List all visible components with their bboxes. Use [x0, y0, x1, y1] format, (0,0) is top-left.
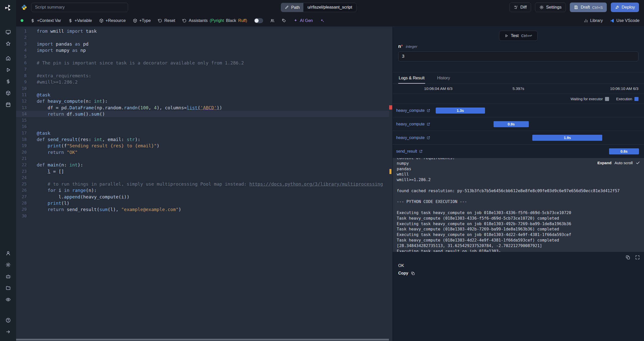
overview-ruler[interactable]: [389, 27, 392, 341]
code-line[interactable]: 25 # to run things in parallel, simply u…: [16, 181, 392, 187]
test-shortcut: Ctrl+↵: [521, 33, 533, 38]
code-line[interactable]: 18def send_result(res: int, email: str):: [16, 136, 392, 143]
ai-sparkles-icon[interactable]: [320, 18, 325, 23]
audit-eye-icon[interactable]: [3, 294, 14, 305]
code-line[interactable]: 4import numpy as np: [16, 47, 392, 53]
editor-toolbar: +Context Var +Variable +Resource +Type R…: [16, 15, 644, 27]
legend-waiting-label: Waiting for executor: [571, 97, 603, 101]
code-line[interactable]: 15: [16, 117, 392, 123]
copy-result-icon[interactable]: [625, 255, 630, 260]
home-icon[interactable]: [3, 52, 14, 64]
diff-button[interactable]: Diff: [509, 3, 531, 12]
add-variable-button[interactable]: +Variable: [68, 18, 92, 23]
path-edit-button[interactable]: Path: [281, 3, 303, 12]
code-line[interactable]: 11@task: [16, 92, 392, 98]
reset-button[interactable]: Reset: [158, 18, 175, 23]
folders-icon[interactable]: [3, 282, 14, 294]
code-line[interactable]: 16: [16, 123, 392, 130]
code-line[interactable]: 27 l.append(heavy_compute(i)): [16, 194, 392, 200]
variables-dollar-icon[interactable]: [3, 76, 14, 87]
log-line: Executing task heavy_compute on job 018e…: [397, 210, 640, 216]
expand-logs-button[interactable]: Expand: [597, 160, 612, 166]
tab-logs-result[interactable]: Logs & Result: [398, 72, 425, 84]
code-line[interactable]: 7: [16, 66, 392, 73]
error-marker[interactable]: [389, 105, 392, 110]
job-link[interactable]: heavy_compute: [396, 108, 430, 113]
script-summary-input[interactable]: [31, 3, 128, 12]
tab-history[interactable]: History: [437, 72, 451, 83]
timeline-row: heavy_compute0.9s: [393, 117, 644, 131]
code-line[interactable]: 3import pandas as pd: [16, 41, 392, 47]
use-vscode-button[interactable]: Use VScode: [610, 18, 639, 23]
add-context-var-button[interactable]: +Context Var: [30, 18, 61, 23]
draft-button[interactable]: Draft Ctrl+S: [570, 3, 607, 12]
job-link[interactable]: send_result: [396, 149, 423, 154]
tag-button[interactable]: [282, 18, 286, 23]
collapse-arrow-icon[interactable]: [3, 326, 14, 337]
code-line[interactable]: 24: [16, 175, 392, 181]
assistants-toggle[interactable]: [254, 18, 263, 23]
resources-cube-icon[interactable]: [3, 87, 14, 99]
script-path[interactable]: u/rfiszel/pleasant_script: [303, 5, 356, 10]
code-line[interactable]: 21: [16, 155, 392, 162]
arg-n-input[interactable]: [398, 51, 638, 61]
code-line[interactable]: 28 print(l): [16, 200, 392, 206]
result-toolbar: [393, 252, 644, 261]
log-line: Task heavy_compute (018e1303-4d22-4e9f-4…: [397, 237, 640, 243]
code-line[interactable]: 23 l = []: [16, 168, 392, 175]
app-window-icon[interactable]: [3, 26, 14, 38]
code-line[interactable]: 5: [16, 53, 392, 60]
test-button[interactable]: Test Ctrl+↵: [499, 31, 538, 41]
settings-button[interactable]: Settings: [535, 3, 566, 12]
code-line[interactable]: 10: [16, 85, 392, 92]
collaborators-button[interactable]: [270, 18, 275, 23]
ai-gen-button[interactable]: AI Gen: [293, 18, 313, 23]
timeline-row: send_result0.8s: [393, 144, 644, 158]
code-line[interactable]: 1from wmill import task: [16, 28, 392, 34]
add-resource-button[interactable]: +Resource: [99, 18, 126, 23]
code-line[interactable]: 2: [16, 34, 392, 41]
library-button[interactable]: Library: [584, 18, 603, 23]
job-link[interactable]: heavy_compute: [396, 135, 430, 140]
user-icon[interactable]: [3, 247, 14, 259]
code-line[interactable]: 29 return send_result(sum(l), "example@e…: [16, 206, 392, 213]
code-line[interactable]: 19 print(f"Sending result {res} to {emai…: [16, 143, 392, 149]
log-line: wmill: [397, 172, 640, 177]
deploy-button[interactable]: Deploy: [611, 3, 639, 12]
horizontal-scrollbar[interactable]: [16, 339, 389, 340]
code-line[interactable]: 14 return df.sum().sum(): [16, 111, 392, 117]
code-line[interactable]: 30: [16, 213, 392, 219]
code-line[interactable]: 9#wmill>=1.286.2: [16, 79, 392, 85]
code-line[interactable]: 22def main(n: int):: [16, 162, 392, 168]
warning-marker[interactable]: [389, 169, 391, 174]
code-line[interactable]: 20 return "OK": [16, 149, 392, 155]
code-line[interactable]: 12def heavy_compute(n: int):: [16, 98, 392, 104]
code-line[interactable]: 8#extra_requirements:: [16, 73, 392, 79]
waiting-color-swatch: [605, 97, 609, 101]
log-line: [28.348434282735113, 31.625429237520784,…: [397, 243, 640, 249]
job-link[interactable]: heavy_compute: [396, 122, 430, 126]
code-line[interactable]: 13 df = pd.DataFrame(np.random.randn(100…: [16, 105, 392, 111]
runs-play-icon[interactable]: [3, 64, 14, 76]
code-line[interactable]: 26 for i in range(n):: [16, 187, 392, 193]
settings-gear-icon[interactable]: [3, 259, 14, 270]
add-type-button[interactable]: +Type: [133, 18, 151, 23]
run-end-time: 10:06:10 AM 6/3: [558, 86, 638, 91]
code-line[interactable]: 17@task: [16, 130, 392, 136]
code-line[interactable]: 6# The pin is important since task is a …: [16, 60, 392, 66]
favorites-star-icon[interactable]: [3, 38, 14, 49]
fullscreen-icon[interactable]: [635, 255, 640, 260]
external-link-icon: [427, 109, 430, 112]
logs-panel[interactable]: content of requirements:numpypandaswmill…: [393, 158, 644, 252]
workers-bot-icon[interactable]: [3, 270, 14, 282]
windmill-logo-icon[interactable]: [4, 4, 12, 12]
copy-result-button[interactable]: Copy: [398, 271, 638, 276]
pencil-icon: [285, 5, 289, 9]
code-editor[interactable]: 1from wmill import task23import pandas a…: [16, 27, 392, 341]
assistants-button[interactable]: Assistants (Pyright Black Ruff): [182, 18, 247, 23]
bar-chart-icon: [584, 18, 588, 23]
help-icon[interactable]: [3, 314, 14, 326]
schedules-calendar-icon[interactable]: [3, 99, 14, 110]
arg-type: integer: [406, 44, 417, 49]
autoscroll-toggle[interactable]: Auto scroll: [615, 160, 633, 166]
